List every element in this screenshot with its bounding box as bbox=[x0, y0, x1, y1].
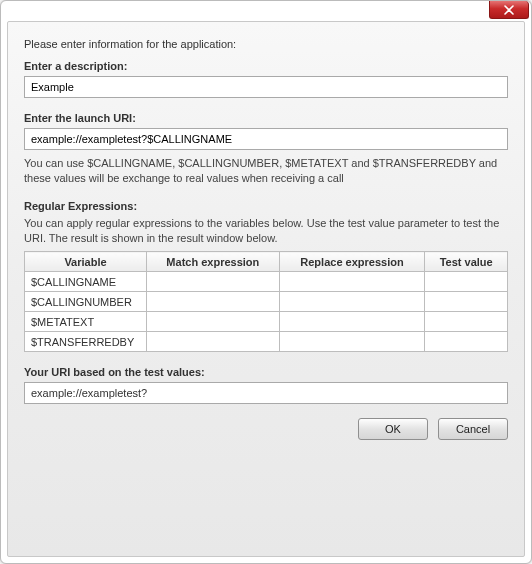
col-variable: Variable bbox=[25, 252, 147, 272]
cell-test[interactable] bbox=[425, 312, 508, 332]
col-replace: Replace expression bbox=[279, 252, 425, 272]
cell-match[interactable] bbox=[147, 312, 280, 332]
cancel-button[interactable]: Cancel bbox=[438, 418, 508, 440]
cell-replace[interactable] bbox=[279, 292, 425, 312]
cell-variable: $CALLINGNAME bbox=[25, 272, 147, 292]
cell-variable: $CALLINGNUMBER bbox=[25, 292, 147, 312]
ok-button[interactable]: OK bbox=[358, 418, 428, 440]
cell-replace[interactable] bbox=[279, 312, 425, 332]
launch-uri-hint: You can use $CALLINGNAME, $CALLINGNUMBER… bbox=[24, 156, 508, 186]
cell-match[interactable] bbox=[147, 292, 280, 312]
cell-test[interactable] bbox=[425, 272, 508, 292]
close-icon bbox=[504, 5, 514, 15]
cell-test[interactable] bbox=[425, 292, 508, 312]
cell-match[interactable] bbox=[147, 272, 280, 292]
regex-hint: You can apply regular expressions to the… bbox=[24, 216, 508, 246]
result-uri-output: example://exampletest? bbox=[24, 382, 508, 404]
cell-replace[interactable] bbox=[279, 272, 425, 292]
close-button[interactable] bbox=[489, 1, 529, 19]
table-header-row: Variable Match expression Replace expres… bbox=[25, 252, 508, 272]
titlebar bbox=[489, 1, 531, 21]
cell-variable: $METATEXT bbox=[25, 312, 147, 332]
table-row: $TRANSFERREDBY bbox=[25, 332, 508, 352]
cell-replace[interactable] bbox=[279, 332, 425, 352]
col-match: Match expression bbox=[147, 252, 280, 272]
dialog-content: Please enter information for the applica… bbox=[7, 21, 525, 557]
regex-label: Regular Expressions: bbox=[24, 200, 508, 212]
table-row: $CALLINGNUMBER bbox=[25, 292, 508, 312]
launch-uri-label: Enter the launch URI: bbox=[24, 112, 508, 124]
result-uri-label: Your URI based on the test values: bbox=[24, 366, 508, 378]
cell-variable: $TRANSFERREDBY bbox=[25, 332, 147, 352]
table-row: $CALLINGNAME bbox=[25, 272, 508, 292]
col-test: Test value bbox=[425, 252, 508, 272]
description-label: Enter a description: bbox=[24, 60, 508, 72]
cell-test[interactable] bbox=[425, 332, 508, 352]
dialog-window: Please enter information for the applica… bbox=[0, 0, 532, 564]
cell-match[interactable] bbox=[147, 332, 280, 352]
description-input[interactable] bbox=[24, 76, 508, 98]
regex-table: Variable Match expression Replace expres… bbox=[24, 251, 508, 352]
table-row: $METATEXT bbox=[25, 312, 508, 332]
intro-text: Please enter information for the applica… bbox=[24, 38, 508, 50]
button-row: OK Cancel bbox=[24, 418, 508, 440]
launch-uri-input[interactable] bbox=[24, 128, 508, 150]
